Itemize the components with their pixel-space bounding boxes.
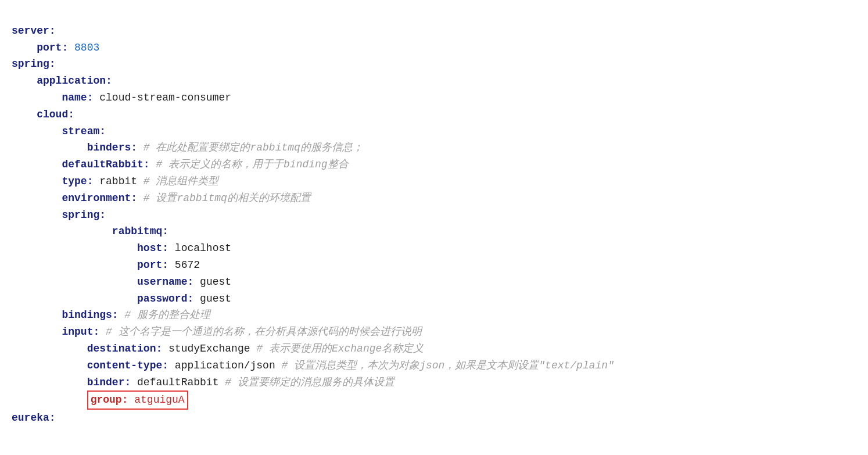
code-token: eureka:: [12, 412, 56, 424]
code-line-host: host: localhost: [12, 240, 856, 257]
code-token: application/json: [175, 360, 282, 371]
code-editor: server: port: 8803spring: application: n…: [12, 6, 856, 427]
code-line-defaultRabbit: defaultRabbit: # 表示定义的名称，用于于binding整合: [12, 156, 856, 173]
code-line-cloud: cloud:: [12, 106, 856, 123]
code-line-name: name: cloud-stream-consumer: [12, 89, 856, 106]
code-line-rabbitmq: rabbitmq:: [12, 223, 856, 240]
code-line-group: group: atguiguA: [12, 390, 856, 410]
code-token: studyExchange: [168, 343, 256, 354]
code-token: atguiguA: [134, 394, 184, 406]
code-line-port-8803: port: 8803: [12, 40, 856, 56]
code-line-application: application:: [12, 73, 856, 89]
code-line-password: password: guest: [12, 291, 856, 307]
code-line-destination: destination: studyExchange # 表示要使用的Excha…: [12, 341, 856, 357]
code-token: cloud-stream-consumer: [99, 92, 231, 103]
code-line-environment: environment: # 设置rabbitmq的相关的环境配置: [12, 190, 856, 207]
code-token: host:: [137, 242, 175, 254]
code-line-stream: stream:: [12, 123, 856, 140]
code-token: rabbitmq:: [112, 225, 168, 237]
code-token: application:: [37, 75, 112, 87]
code-token: type:: [62, 175, 99, 187]
code-token: port:: [37, 42, 74, 53]
code-token: destination:: [87, 343, 168, 354]
code-token: input:: [62, 326, 106, 338]
code-token: # 消息组件类型: [144, 175, 219, 187]
code-token: cloud:: [37, 109, 74, 120]
code-token: # 设置rabbitmq的相关的环境配置: [144, 192, 311, 204]
code-token: # 这个名字是一个通道的名称，在分析具体源代码的时候会进行说明: [106, 326, 422, 338]
code-token: 5672: [175, 259, 200, 271]
code-token: guest: [200, 276, 231, 288]
code-line-input: input: # 这个名字是一个通道的名称，在分析具体源代码的时候会进行说明: [12, 324, 856, 341]
code-line-bindings: bindings: # 服务的整合处理: [12, 307, 856, 324]
code-line-server: server:: [12, 23, 856, 40]
code-token: binders:: [87, 142, 144, 153]
code-token: server:: [12, 25, 56, 37]
code-token: spring:: [62, 209, 106, 221]
code-line-username: username: guest: [12, 274, 856, 291]
code-line-port-5672: port: 5672: [12, 257, 856, 274]
code-line-spring2: spring:: [12, 207, 856, 224]
code-token: stream:: [62, 126, 106, 137]
code-line-spring: spring:: [12, 56, 856, 73]
code-token: content-type:: [87, 360, 175, 371]
code-token: 8803: [74, 42, 99, 53]
code-line-type: type: rabbit # 消息组件类型: [12, 173, 856, 190]
code-token: password:: [137, 293, 200, 304]
code-token: username:: [137, 276, 200, 288]
code-token: spring:: [12, 58, 56, 70]
code-token: port:: [137, 259, 175, 271]
code-token: # 服务的整合处理: [124, 309, 210, 321]
code-token: # 在此处配置要绑定的rabbitmq的服务信息；: [144, 142, 363, 153]
code-token: bindings:: [62, 309, 124, 321]
code-token: rabbit: [99, 175, 144, 187]
code-token: # 表示定义的名称，用于于binding整合: [156, 159, 348, 170]
code-token: environment:: [62, 192, 143, 204]
code-token: defaultRabbit:: [62, 159, 156, 170]
code-line-binder: binder: defaultRabbit # 设置要绑定的消息服务的具体设置: [12, 374, 856, 391]
code-token: # 设置消息类型，本次为对象json，如果是文本则设置"text/plain": [282, 360, 614, 371]
code-token: defaultRabbit: [137, 377, 225, 388]
code-token: group:: [91, 394, 135, 406]
code-token: binder:: [87, 377, 137, 388]
code-token: localhost: [175, 242, 231, 254]
code-token: # 设置要绑定的消息服务的具体设置: [225, 377, 394, 388]
code-line-binders: binders: # 在此处配置要绑定的rabbitmq的服务信息；: [12, 139, 856, 156]
code-line-eureka: eureka:: [12, 410, 856, 427]
code-token: # 表示要使用的Exchange名称定义: [256, 343, 424, 354]
code-line-content-type: content-type: application/json # 设置消息类型，…: [12, 357, 856, 374]
code-token: guest: [200, 293, 231, 304]
code-token: name:: [62, 92, 99, 103]
highlighted-group-line: group: atguiguA: [87, 390, 188, 410]
